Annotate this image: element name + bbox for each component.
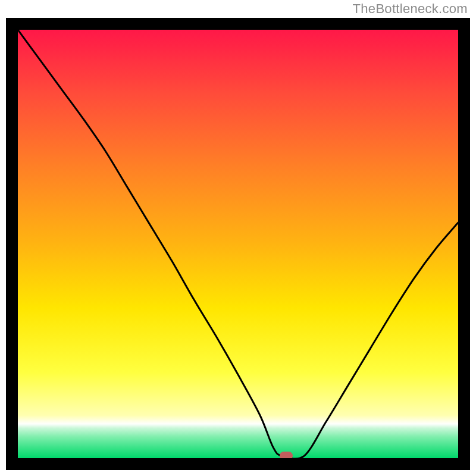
optimal-point-marker <box>280 452 293 458</box>
attribution-text: TheBottleneck.com <box>353 1 468 17</box>
curve-path <box>18 30 458 458</box>
chart-plot-area <box>18 30 458 458</box>
bottleneck-curve <box>18 30 458 458</box>
